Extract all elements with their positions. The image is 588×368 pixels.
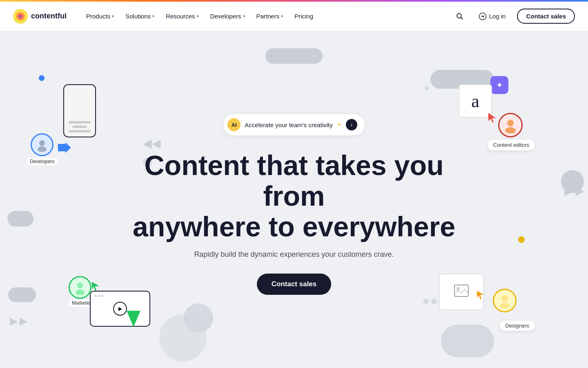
svg-marker-10	[488, 113, 496, 123]
chevron-down-icon: ▾	[281, 14, 283, 18]
svg-point-3	[20, 16, 21, 17]
logo[interactable]: contentful	[13, 9, 67, 24]
deco-dot-yellow	[518, 236, 525, 243]
yellow-cursor-icon	[477, 291, 487, 302]
deco-double-arrow-bottom: ►►	[7, 314, 27, 329]
dot-3	[101, 295, 103, 297]
phone-line-2	[72, 126, 87, 128]
ai-pill[interactable]: AI Accelerate your team's creativity ✦ ›	[223, 114, 364, 135]
dot-1	[95, 295, 97, 297]
dot-2	[98, 295, 100, 297]
logo-text: contentful	[31, 12, 67, 20]
login-icon	[479, 12, 487, 20]
developer-avatar	[31, 133, 53, 156]
deco-shape-12	[425, 86, 429, 90]
svg-line-5	[461, 17, 463, 19]
designer-avatar	[493, 289, 517, 312]
marketer-avatar	[69, 276, 91, 299]
content-editor-avatar	[498, 113, 523, 137]
developer-avatar-group: Developers	[27, 133, 58, 165]
svg-point-13	[77, 283, 83, 288]
nav-item-partners[interactable]: Partners ▾	[252, 9, 288, 23]
login-label: Log in	[489, 13, 506, 20]
hero-cta-button[interactable]: Contact sales	[257, 274, 332, 295]
deco-shape-8	[441, 325, 494, 357]
phone-line-1	[69, 121, 91, 123]
ai-badge: AI	[227, 118, 241, 131]
login-button[interactable]: Log in	[474, 9, 511, 24]
nav-right: Log in Contact sales	[452, 9, 575, 24]
navbar: contentful Products ▾ Solutions ▾ Resour…	[0, 2, 588, 31]
phone-mockup	[63, 84, 96, 137]
designer-label: Designers	[499, 321, 535, 331]
svg-marker-16	[127, 311, 140, 327]
red-cursor-icon	[488, 113, 498, 127]
letter-a: a	[471, 91, 479, 112]
svg-point-8	[39, 140, 45, 146]
svg-point-14	[76, 289, 85, 295]
svg-marker-7	[58, 142, 71, 153]
ai-pill-arrow-icon[interactable]: ›	[346, 119, 357, 130]
phone-line-3	[69, 130, 91, 132]
deco-shape-5	[184, 303, 213, 333]
chevron-down-icon: ▾	[197, 14, 199, 18]
text-cursor-box: a	[459, 84, 492, 118]
deco-triangle-left: ◀◀	[143, 137, 161, 150]
svg-marker-19	[477, 291, 484, 299]
chevron-down-icon: ▾	[243, 14, 245, 18]
hero-section: ►► ◀◀ ►► Developers ✦ a	[0, 31, 588, 368]
blue-arrow	[58, 142, 71, 155]
svg-point-20	[501, 295, 508, 302]
nav-item-pricing[interactable]: Pricing	[290, 9, 318, 23]
nav-item-developers[interactable]: Developers ▾	[205, 9, 250, 23]
chevron-down-icon: ▾	[152, 14, 154, 18]
nav-links: Products ▾ Solutions ▾ Resources ▾ Devel…	[81, 9, 452, 23]
ai-pill-star: ✦	[337, 121, 342, 128]
contact-sales-button[interactable]: Contact sales	[517, 9, 575, 24]
deco-dot-blue	[39, 75, 45, 81]
ai-pill-text: Accelerate your team's creativity	[245, 121, 332, 128]
deco-shape-4	[8, 287, 36, 302]
hero-title: Content that takes you from anywhere to …	[118, 150, 470, 242]
svg-point-21	[500, 303, 510, 308]
sparkle-icon: ✦	[496, 80, 503, 90]
play-button: ▶	[113, 302, 127, 316]
deco-shape-9	[431, 298, 437, 304]
chevron-down-icon: ▾	[112, 14, 114, 18]
deco-shape-1	[265, 48, 323, 64]
deco-shape-10	[423, 298, 429, 304]
content-editor-label: Content editors	[488, 139, 535, 150]
video-box: ▶	[90, 291, 150, 327]
ai-sparkle-box: ✦	[490, 76, 508, 94]
deco-shape-3	[561, 170, 584, 193]
search-button[interactable]	[452, 9, 467, 24]
video-dots	[95, 295, 103, 297]
deco-shape-14	[7, 211, 33, 227]
image-icon	[454, 285, 469, 300]
svg-point-11	[507, 120, 514, 126]
svg-point-12	[505, 127, 516, 133]
hero-subtitle: Rapidly build the dynamic experiences yo…	[194, 250, 394, 259]
svg-point-9	[38, 146, 47, 152]
svg-marker-15	[92, 282, 99, 291]
nav-item-solutions[interactable]: Solutions ▾	[120, 9, 159, 23]
green-triangle-icon	[127, 311, 140, 329]
nav-item-resources[interactable]: Resources ▾	[161, 9, 204, 23]
search-icon	[456, 12, 464, 20]
nav-item-products[interactable]: Products ▾	[81, 9, 119, 23]
developer-label: Developers	[27, 158, 58, 165]
deco-shape-6	[194, 314, 203, 323]
logo-icon	[13, 9, 28, 24]
deco-double-arrow-right: ►►	[561, 182, 584, 200]
deco-shape-7	[159, 314, 207, 361]
